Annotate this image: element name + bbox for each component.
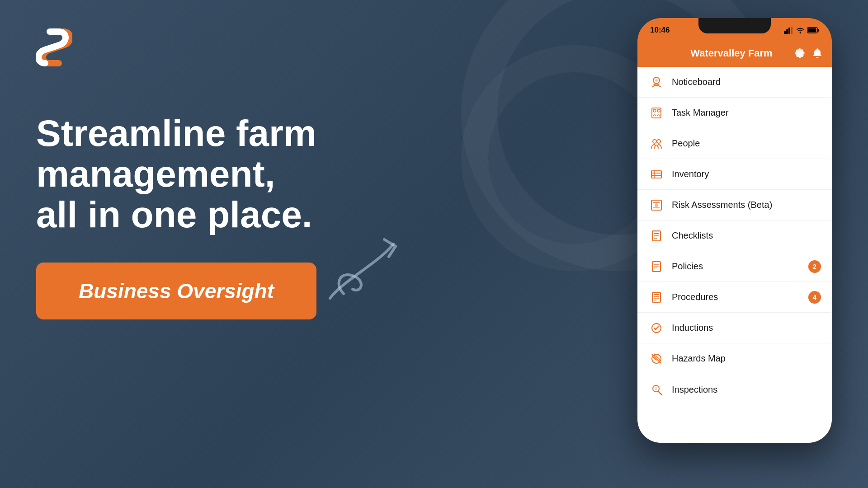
- svg-rect-30: [652, 292, 660, 302]
- svg-rect-2: [788, 28, 790, 34]
- arrow-decoration: [316, 235, 407, 307]
- noticeboard-icon: [648, 74, 665, 90]
- task-icon: [648, 105, 665, 121]
- headline-line3: all in one place.: [36, 194, 312, 235]
- menu-label-procedures: Procedures: [672, 292, 808, 302]
- svg-line-39: [658, 391, 661, 394]
- menu-label-people: People: [672, 138, 821, 149]
- status-time: 10:46: [650, 23, 670, 35]
- menu-label-noticeboard: Noticeboard: [672, 77, 821, 87]
- headline: Streamline farm management, all in one p…: [36, 113, 357, 235]
- menu-list: Noticeboard Task Manager People Inventor…: [637, 67, 832, 443]
- svg-rect-6: [808, 28, 816, 33]
- svg-rect-14: [651, 171, 661, 178]
- menu-label-checklists: Checklists: [672, 230, 821, 241]
- menu-label-task-manager: Task Manager: [672, 108, 821, 118]
- signal-icon: [784, 27, 793, 34]
- hazards-icon: [648, 351, 665, 367]
- headline-line1: Streamline farm: [36, 113, 316, 154]
- menu-label-policies: Policies: [672, 261, 808, 272]
- inventory-icon: [648, 166, 665, 183]
- menu-label-inductions: Inductions: [672, 323, 821, 333]
- risk-icon: [648, 197, 665, 213]
- menu-item-inspections[interactable]: Inspections: [637, 374, 832, 405]
- menu-item-noticeboard[interactable]: Noticeboard: [637, 67, 832, 98]
- svg-point-12: [653, 140, 656, 143]
- status-icons: [784, 24, 819, 34]
- svg-point-40: [655, 387, 657, 390]
- svg-point-8: [655, 79, 658, 82]
- svg-rect-5: [817, 29, 819, 32]
- policies-icon: [648, 258, 665, 275]
- menu-item-hazards-map[interactable]: Hazards Map: [637, 343, 832, 374]
- svg-rect-3: [791, 27, 793, 34]
- svg-point-13: [657, 140, 660, 143]
- menu-item-policies[interactable]: Policies2: [637, 251, 832, 282]
- menu-item-inventory[interactable]: Inventory: [637, 159, 832, 190]
- inspections-icon: [648, 381, 665, 398]
- svg-rect-26: [652, 262, 660, 272]
- menu-item-people[interactable]: People: [637, 128, 832, 159]
- menu-label-inspections: Inspections: [672, 385, 821, 395]
- settings-icon[interactable]: [794, 47, 806, 59]
- wifi-icon: [796, 27, 805, 34]
- svg-rect-0: [784, 31, 786, 34]
- cta-button[interactable]: Business Oversight: [36, 263, 316, 319]
- menu-label-risk-assessments: Risk Assessments (Beta): [672, 200, 821, 210]
- svg-rect-1: [786, 29, 788, 34]
- phone-notch: [698, 18, 771, 33]
- header-icons: [794, 47, 823, 59]
- logo-icon: [36, 27, 72, 68]
- notification-icon[interactable]: [812, 47, 823, 59]
- procedures-icon: [648, 289, 665, 305]
- svg-point-10: [653, 109, 656, 112]
- svg-point-19: [655, 203, 658, 207]
- menu-label-hazards-map: Hazards Map: [672, 353, 821, 364]
- menu-item-inductions[interactable]: Inductions: [637, 313, 832, 343]
- badge-procedures: 4: [808, 291, 821, 304]
- checklist-icon: [648, 228, 665, 244]
- menu-item-checklists[interactable]: Checklists: [637, 221, 832, 251]
- menu-item-procedures[interactable]: Procedures4: [637, 282, 832, 313]
- menu-item-risk-assessments[interactable]: Risk Assessments (Beta): [637, 190, 832, 221]
- menu-label-inventory: Inventory: [672, 169, 821, 179]
- menu-item-task-manager[interactable]: Task Manager: [637, 98, 832, 128]
- battery-icon: [807, 27, 819, 33]
- badge-policies: 2: [808, 260, 821, 273]
- inductions-icon: [648, 320, 665, 336]
- svg-point-11: [657, 109, 660, 112]
- headline-line2: management,: [36, 153, 275, 194]
- app-title: Watervalley Farm: [669, 47, 794, 59]
- people-icon: [648, 136, 665, 152]
- app-header: Watervalley Farm: [637, 40, 832, 67]
- phone-mockup: 10:46: [637, 18, 832, 461]
- phone-outer: 10:46: [637, 18, 832, 443]
- logo-container: [36, 27, 357, 68]
- cta-label: Business Oversight: [79, 279, 274, 303]
